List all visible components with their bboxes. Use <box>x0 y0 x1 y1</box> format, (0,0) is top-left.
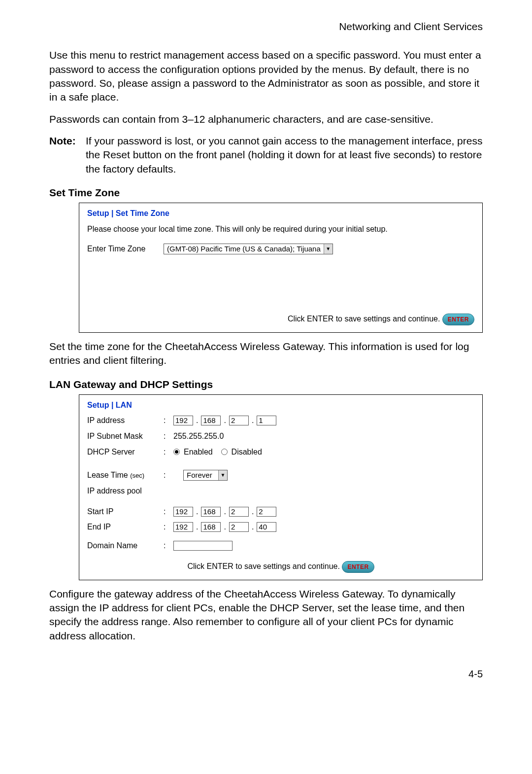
lan-panel: Setup | LAN IP address : 192. 168. 2. 1 … <box>79 394 483 580</box>
tz-instruction: Please choose your local time zone. This… <box>87 224 474 235</box>
tz-breadcrumb: Setup | Set Time Zone <box>87 208 474 219</box>
page-number: 4-5 <box>49 668 483 681</box>
domain-name-input[interactable] <box>173 541 233 551</box>
lease-time-value: Forever <box>184 470 218 480</box>
page-header: Networking and Client Services <box>49 20 483 34</box>
dhcp-disabled-radio[interactable] <box>221 449 228 455</box>
tz-enter-button[interactable]: ENTER <box>442 314 474 325</box>
ip-address-label: IP address <box>87 415 164 426</box>
start-ip-octet-3[interactable]: 2 <box>229 507 249 517</box>
lan-after-paragraph: Configure the gateway address of the Che… <box>49 587 483 643</box>
ip-octet-4[interactable]: 1 <box>257 416 276 425</box>
lease-time-select[interactable]: Forever ▼ <box>183 470 228 481</box>
ip-octet-3[interactable]: 2 <box>229 416 249 425</box>
dhcp-label: DHCP Server <box>87 447 164 457</box>
start-ip-octet-4[interactable]: 2 <box>257 507 276 517</box>
tz-save-row: Click ENTER to save settings and continu… <box>87 314 474 325</box>
lan-breadcrumb: Setup | LAN <box>87 400 474 411</box>
lan-save-text: Click ENTER to save settings and continu… <box>187 562 339 570</box>
start-ip-octet-1[interactable]: 192 <box>173 507 193 517</box>
note-body: If your password is lost, or you cannot … <box>84 134 483 176</box>
end-ip-octet-1[interactable]: 192 <box>173 522 193 532</box>
end-ip-octet-2[interactable]: 168 <box>201 522 221 532</box>
domain-name-label: Domain Name <box>87 540 164 551</box>
end-ip-label: End IP <box>87 522 164 532</box>
start-ip-octet-2[interactable]: 168 <box>201 507 221 517</box>
dhcp-enabled-label: Enabled <box>184 447 213 457</box>
lan-enter-button[interactable]: ENTER <box>342 561 374 573</box>
intro-paragraph-1: Use this menu to restrict management acc… <box>49 48 483 104</box>
ip-octet-2[interactable]: 168 <box>201 416 221 425</box>
tz-save-text: Click ENTER to save settings and continu… <box>288 315 440 323</box>
chevron-down-icon[interactable]: ▼ <box>218 470 227 480</box>
tz-label: Enter Time Zone <box>87 244 164 254</box>
tz-select[interactable]: (GMT-08) Pacific Time (US & Canada); Tij… <box>164 244 333 254</box>
note-block: Note: If your password is lost, or you c… <box>49 134 483 176</box>
start-ip-label: Start IP <box>87 506 164 517</box>
subnet-label: IP Subnet Mask <box>87 431 164 442</box>
time-zone-panel: Setup | Set Time Zone Please choose your… <box>79 203 483 332</box>
end-ip-octet-3[interactable]: 2 <box>229 522 249 532</box>
dhcp-disabled-label: Disabled <box>232 447 262 457</box>
tz-after-paragraph: Set the time zone for the CheetahAccess … <box>49 340 483 368</box>
chevron-down-icon[interactable]: ▼ <box>324 244 332 254</box>
ip-pool-label: IP address pool <box>87 486 164 496</box>
intro-paragraph-2: Passwords can contain from 3–12 alphanum… <box>49 112 483 126</box>
set-time-zone-heading: Set Time Zone <box>49 186 483 200</box>
note-label: Note: <box>49 134 84 176</box>
lease-time-label: Lease Time (sec) <box>87 470 164 481</box>
ip-octet-1[interactable]: 192 <box>173 416 193 425</box>
dhcp-enabled-radio[interactable] <box>173 449 180 455</box>
subnet-value: 255.255.255.0 <box>173 431 474 442</box>
lan-save-row: Click ENTER to save settings and continu… <box>87 561 474 573</box>
tz-select-value: (GMT-08) Pacific Time (US & Canada); Tij… <box>164 244 324 254</box>
lan-heading: LAN Gateway and DHCP Settings <box>49 378 483 391</box>
end-ip-octet-4[interactable]: 40 <box>257 522 276 532</box>
